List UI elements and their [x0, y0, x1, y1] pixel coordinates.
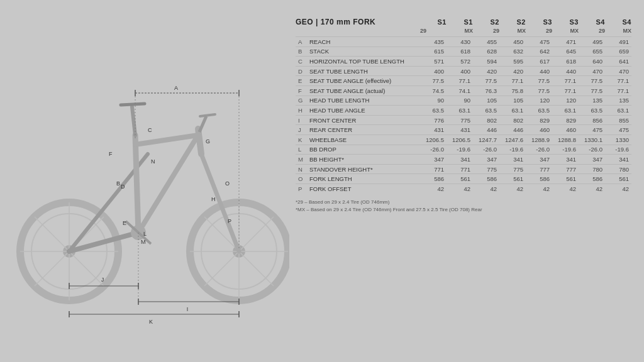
table-row: JREAR CENTER431431446446460460475475: [296, 125, 631, 135]
row-value: 347: [420, 155, 447, 165]
row-value: 475: [579, 125, 605, 135]
row-value: 341: [499, 155, 526, 165]
row-letter: L: [296, 145, 307, 155]
table-row: BSTACK615618628632642645655659: [296, 47, 631, 57]
row-value: 341: [447, 155, 473, 165]
row-value: -26.0: [526, 145, 552, 155]
table-title: GEO | 170 mm FORK: [296, 18, 420, 28]
row-name: SEAT TUBE ANGLE (effective): [307, 76, 420, 86]
row-value: 42: [579, 184, 605, 193]
row-value: 595: [499, 57, 526, 67]
table-row: LBB DROP-26.0-19.6-26.0-19.6-26.0-19.6-2…: [296, 145, 631, 155]
row-letter: H: [296, 106, 307, 116]
row-value: 63.5: [526, 106, 552, 116]
row-value: 802: [473, 115, 499, 125]
col-s3-29-header: S3: [526, 18, 552, 28]
table-row: GHEAD TUBE LENGTH9090105105120120135135: [296, 96, 631, 106]
row-value: 63.1: [447, 106, 473, 116]
row-letter: G: [296, 96, 307, 106]
row-value: 856: [579, 115, 605, 125]
row-value: 586: [420, 174, 447, 184]
row-value: 75.8: [499, 85, 526, 96]
row-value: 641: [605, 57, 631, 67]
table-row: PFORK OFFSET4242424242424242: [296, 184, 631, 193]
row-value: 632: [499, 47, 526, 57]
col-s2-mx-sub: MX: [499, 28, 526, 37]
row-value: 1330: [605, 134, 631, 145]
col-s1-29-sub: 29: [420, 28, 447, 37]
row-value: 855: [605, 115, 631, 125]
row-value: 400: [420, 66, 447, 76]
row-value: 475: [605, 125, 631, 135]
table-row: OFORK LENGTH586561586561586561586561: [296, 174, 631, 184]
row-value: -19.6: [552, 145, 579, 155]
row-value: 802: [499, 115, 526, 125]
row-value: 776: [420, 115, 447, 125]
table-row: ESEAT TUBE ANGLE (effective)77.577.177.5…: [296, 76, 631, 86]
row-value: 617: [526, 57, 552, 67]
row-value: 77.1: [499, 76, 526, 86]
row-value: 77.1: [605, 76, 631, 86]
row-value: 42: [420, 184, 447, 193]
footnotes: *29 – Based on 29 x 2.4 Tire (OD 746mm) …: [296, 199, 631, 214]
row-value: 42: [473, 184, 499, 193]
row-value: 77.1: [447, 76, 473, 86]
row-value: 120: [526, 96, 552, 106]
bike-diagram-panel: A B C D E F G H I J K M: [0, 0, 289, 362]
row-value: 347: [526, 155, 552, 165]
row-value: 450: [499, 37, 526, 47]
row-value: 400: [447, 66, 473, 76]
table-row: MBB HEIGHT*347341347341347341347341: [296, 155, 631, 165]
row-value: 341: [605, 155, 631, 165]
row-value: 460: [552, 125, 579, 135]
row-value: 571: [420, 57, 447, 67]
row-value: 440: [526, 66, 552, 76]
row-value: 615: [420, 47, 447, 57]
row-value: 470: [605, 66, 631, 76]
row-name: HEAD TUBE ANGLE: [307, 106, 420, 116]
row-value: 775: [473, 164, 499, 174]
row-value: 440: [552, 66, 579, 76]
col-s4-29-header: S4: [579, 18, 605, 28]
row-value: 594: [473, 57, 499, 67]
svg-text:K: K: [149, 319, 153, 325]
svg-text:F: F: [109, 151, 113, 157]
svg-text:A: A: [174, 85, 178, 91]
row-value: 618: [552, 57, 579, 67]
col-s1-29-header: S1: [420, 18, 447, 28]
row-value: 63.5: [579, 106, 605, 116]
row-value: 640: [579, 57, 605, 67]
footnote-29: *29 – Based on 29 x 2.4 Tire (OD 746mm): [296, 199, 631, 206]
row-name: HORIZONTAL TOP TUBE LENGTH: [307, 57, 420, 67]
row-value: 1206.5: [420, 134, 447, 145]
row-value: 561: [605, 174, 631, 184]
col-s1-mx-header: S1: [447, 18, 473, 28]
table-row: NSTANDOVER HEIGHT*7717717757757777777807…: [296, 164, 631, 174]
row-name: SEAT TUBE LENGTH: [307, 66, 420, 76]
row-value: 120: [552, 96, 579, 106]
row-value: 77.5: [526, 85, 552, 96]
col-s3-mx-sub: MX: [552, 28, 579, 37]
row-value: 63.5: [420, 106, 447, 116]
col-s1-mx-sub: MX: [447, 28, 473, 37]
row-value: -26.0: [579, 145, 605, 155]
row-value: 1288.8: [552, 134, 579, 145]
row-value: 777: [526, 164, 552, 174]
svg-text:D: D: [121, 184, 125, 190]
row-value: 586: [526, 174, 552, 184]
row-value: 42: [552, 184, 579, 193]
row-value: 659: [605, 47, 631, 57]
row-value: 63.1: [499, 106, 526, 116]
svg-text:L: L: [143, 231, 147, 237]
row-value: 76.3: [473, 85, 499, 96]
row-value: 455: [473, 37, 499, 47]
svg-text:P: P: [228, 218, 231, 224]
row-value: 645: [552, 47, 579, 57]
row-letter: C: [296, 57, 307, 67]
row-value: -19.6: [605, 145, 631, 155]
row-value: 775: [499, 164, 526, 174]
row-letter: N: [296, 164, 307, 174]
table-row: FSEAT TUBE ANGLE (actual)74.574.176.375.…: [296, 85, 631, 96]
row-name: BB DROP: [307, 145, 420, 155]
row-letter: A: [296, 37, 307, 47]
